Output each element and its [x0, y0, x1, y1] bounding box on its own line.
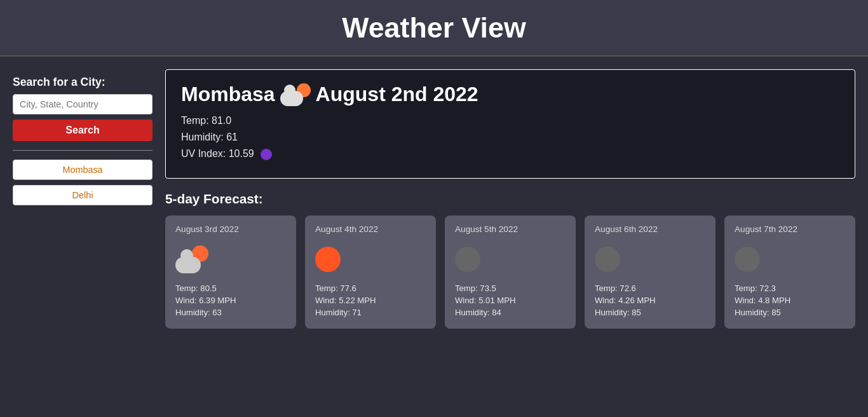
forecast-humidity-0: Humidity: 63 — [175, 308, 286, 317]
history-city-delhi[interactable]: Delhi — [13, 185, 153, 205]
forecast-icon-4 — [735, 247, 760, 272]
search-label: Search for a City: — [13, 76, 153, 89]
forecast-humidity-4: Humidity: 85 — [735, 308, 845, 317]
current-temp: Temp: 81.0 — [181, 115, 839, 126]
uv-badge-icon — [261, 149, 272, 160]
current-uv: UV Index: 10.59 — [181, 148, 839, 160]
forecast-icon-wrap-2 — [455, 242, 566, 277]
forecast-temp-2: Temp: 73.5 — [455, 284, 566, 293]
forecast-humidity-2: Humidity: 84 — [455, 308, 566, 317]
search-button[interactable]: Search — [13, 120, 153, 141]
history-city-mombasa[interactable]: Mombasa — [13, 160, 153, 180]
forecast-section: 5-day Forecast: August 3rd 2022 Temp: 80… — [165, 191, 855, 329]
forecast-temp-3: Temp: 72.6 — [595, 284, 705, 293]
forecast-date-0: August 3rd 2022 — [175, 224, 286, 234]
forecast-date-3: August 6th 2022 — [595, 224, 705, 234]
current-humidity: Humidity: 61 — [181, 132, 839, 143]
forecast-icon-wrap-1 — [315, 242, 426, 277]
weather-main: Mombasa August 2nd 2022 Temp: 81.0 Humid… — [165, 69, 855, 329]
forecast-wind-3: Wind: 4.26 MPH — [595, 296, 705, 305]
forecast-icon-wrap-3 — [595, 242, 705, 277]
forecast-wind-0: Wind: 6.39 MPH — [175, 296, 286, 305]
current-date: August 2nd 2022 — [316, 83, 478, 106]
forecast-icon-3 — [595, 247, 620, 272]
current-weather-box: Mombasa August 2nd 2022 Temp: 81.0 Humid… — [165, 69, 855, 179]
forecast-humidity-3: Humidity: 85 — [595, 308, 705, 317]
forecast-icon-2 — [455, 247, 480, 272]
forecast-temp-0: Temp: 80.5 — [175, 284, 286, 293]
forecast-date-2: August 5th 2022 — [455, 224, 566, 234]
forecast-icon-1 — [315, 247, 341, 272]
search-input[interactable] — [13, 94, 153, 114]
forecast-icon-wrap-0 — [175, 242, 286, 277]
forecast-date-1: August 4th 2022 — [315, 224, 426, 234]
forecast-temp-4: Temp: 72.3 — [735, 284, 845, 293]
current-city-title: Mombasa August 2nd 2022 — [181, 83, 839, 106]
page-title: Weather View — [0, 11, 868, 44]
forecast-icon-0 — [175, 245, 208, 273]
forecast-card-1: August 4th 2022 Temp: 77.6 Wind: 5.22 MP… — [305, 215, 436, 329]
forecast-label: 5-day Forecast: — [165, 191, 855, 207]
forecast-card-3: August 6th 2022 Temp: 72.6 Wind: 4.26 MP… — [585, 215, 715, 329]
forecast-cards: August 3rd 2022 Temp: 80.5 Wind: 6.39 MP… — [165, 215, 855, 329]
sidebar: Search for a City: Search Mombasa Delhi — [13, 69, 153, 329]
forecast-wind-1: Wind: 5.22 MPH — [315, 296, 426, 305]
current-city-name: Mombasa — [181, 83, 275, 106]
forecast-date-4: August 7th 2022 — [735, 224, 845, 234]
forecast-humidity-1: Humidity: 71 — [315, 308, 426, 317]
forecast-temp-1: Temp: 77.6 — [315, 284, 426, 293]
cloud-icon — [175, 257, 201, 273]
forecast-icon-wrap-4 — [735, 242, 845, 277]
page-header: Weather View — [0, 0, 868, 57]
cloud-icon — [280, 91, 303, 106]
forecast-wind-2: Wind: 5.01 MPH — [455, 296, 566, 305]
main-content: Search for a City: Search Mombasa Delhi … — [0, 57, 868, 341]
forecast-card-0: August 3rd 2022 Temp: 80.5 Wind: 6.39 MP… — [165, 215, 296, 329]
sidebar-divider — [13, 150, 153, 151]
forecast-card-4: August 7th 2022 Temp: 72.3 Wind: 4.8 MPH… — [724, 215, 855, 329]
forecast-card-2: August 5th 2022 Temp: 73.5 Wind: 5.01 MP… — [445, 215, 576, 329]
current-weather-icon — [280, 83, 311, 106]
forecast-wind-4: Wind: 4.8 MPH — [735, 296, 845, 305]
